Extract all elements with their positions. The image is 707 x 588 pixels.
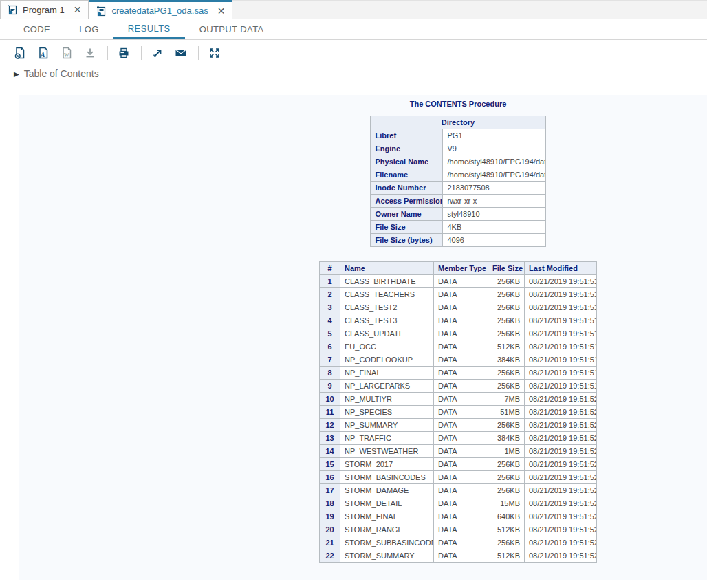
document-tab-bar: Program 1 ✕ createdataPG1_oda.sas ✕ bbox=[0, 0, 707, 19]
table-head: # Name Member Type File Size Last Modifi… bbox=[320, 262, 597, 275]
download-pdf-icon[interactable]: A bbox=[36, 45, 51, 61]
cell: 7MB bbox=[488, 393, 525, 406]
table-row: Access Permissionrwxr-xr-x bbox=[371, 195, 545, 208]
cell: DATA bbox=[434, 432, 488, 445]
cell: 08/21/2019 19:51:52 bbox=[525, 432, 597, 445]
cell: 4096 bbox=[443, 234, 545, 247]
toc-label: Table of Contents bbox=[24, 68, 99, 79]
cell: NP_SPECIES bbox=[340, 406, 434, 419]
row-header-cell: Inode Number bbox=[371, 182, 443, 195]
cell: DATA bbox=[434, 510, 488, 523]
cell: 08/21/2019 19:51:52 bbox=[525, 484, 597, 497]
table-row: 10NP_MULTIYRDATA7MB08/21/2019 19:51:52 bbox=[320, 393, 597, 406]
cell: NP_CODELOOKUP bbox=[340, 353, 434, 367]
cell: DATA bbox=[434, 497, 488, 510]
tab-program-1[interactable]: Program 1 ✕ bbox=[0, 0, 89, 19]
table-row: 6EU_OCCDATA512KB08/21/2019 19:51:51 bbox=[320, 340, 597, 353]
directory-header-cell: Directory bbox=[371, 116, 545, 129]
table-of-contents-toggle[interactable]: ▶ Table of Contents bbox=[14, 68, 99, 79]
cell: DATA bbox=[434, 419, 488, 432]
cell: 384KB bbox=[488, 353, 525, 367]
row-header-cell: 16 bbox=[320, 471, 340, 484]
cell: 08/21/2019 19:51:52 bbox=[525, 536, 597, 549]
cell: DATA bbox=[434, 327, 488, 340]
view-tabs: CODE LOG RESULTS OUTPUT DATA bbox=[0, 19, 707, 40]
download-word-icon[interactable]: W bbox=[59, 45, 74, 61]
cell: 08/21/2019 19:51:52 bbox=[525, 510, 597, 523]
table-header-row: # Name Member Type File Size Last Modifi… bbox=[320, 262, 597, 275]
row-header-cell: 1 bbox=[320, 275, 340, 288]
column-header: Name bbox=[340, 262, 434, 275]
table-row: 1CLASS_BIRTHDATEDATA256KB08/21/2019 19:5… bbox=[320, 275, 597, 288]
close-tab-icon[interactable]: ✕ bbox=[217, 6, 226, 16]
cell: CLASS_TEST2 bbox=[340, 301, 434, 314]
cell: NP_TRAFFIC bbox=[340, 432, 434, 445]
tab-code[interactable]: CODE bbox=[9, 19, 65, 39]
column-header: Member Type bbox=[434, 262, 488, 275]
table-row: EngineV9 bbox=[371, 142, 545, 155]
cell: 08/21/2019 19:51:52 bbox=[525, 406, 597, 419]
cell: 256KB bbox=[488, 458, 525, 471]
cell: 256KB bbox=[488, 380, 525, 393]
open-new-window-icon[interactable] bbox=[150, 45, 165, 61]
cell: 08/21/2019 19:51:52 bbox=[525, 419, 597, 432]
cell: DATA bbox=[434, 301, 488, 314]
row-header-cell: File Size bbox=[371, 221, 443, 234]
cell: NP_MULTIYR bbox=[340, 393, 434, 406]
cell: 08/21/2019 19:51:51 bbox=[525, 380, 597, 393]
results-panel[interactable]: The CONTENTS Procedure Directory LibrefP… bbox=[19, 95, 707, 580]
cell: /home/styl48910/EPG194/data bbox=[443, 155, 545, 168]
cell: 08/21/2019 19:51:52 bbox=[525, 471, 597, 484]
download-icon[interactable] bbox=[83, 45, 98, 61]
cell: styl48910 bbox=[443, 208, 545, 221]
cell: 256KB bbox=[488, 275, 525, 288]
cell: 256KB bbox=[488, 536, 525, 549]
print-icon[interactable] bbox=[116, 45, 131, 61]
table-row: 14NP_WESTWEATHERDATA1MB08/21/2019 19:51:… bbox=[320, 445, 597, 458]
cell: 08/21/2019 19:51:51 bbox=[525, 314, 597, 327]
table-row: 17STORM_DAMAGEDATA256KB08/21/2019 19:51:… bbox=[320, 484, 597, 497]
row-header-cell: 19 bbox=[320, 510, 340, 523]
table-header-row: Directory bbox=[371, 116, 545, 129]
download-html-icon[interactable] bbox=[12, 45, 28, 61]
table-row: 22STORM_SUMMARYDATA512KB08/21/2019 19:51… bbox=[320, 549, 597, 563]
row-header-cell: 12 bbox=[320, 419, 340, 432]
row-header-cell: Access Permission bbox=[371, 195, 443, 208]
row-header-cell: 20 bbox=[320, 523, 340, 536]
row-header-cell: 14 bbox=[320, 445, 340, 458]
cell: STORM_SUMMARY bbox=[340, 549, 434, 563]
tab-output-data[interactable]: OUTPUT DATA bbox=[185, 19, 279, 39]
tab-results[interactable]: RESULTS bbox=[113, 19, 185, 39]
tab-createdatapg1-oda-sas[interactable]: createdataPG1_oda.sas ✕ bbox=[89, 0, 232, 19]
cell: DATA bbox=[434, 275, 488, 288]
email-icon[interactable] bbox=[173, 45, 188, 61]
members-table: # Name Member Type File Size Last Modifi… bbox=[319, 261, 597, 563]
cell: 256KB bbox=[488, 471, 525, 484]
cell: DATA bbox=[434, 536, 488, 549]
table-head: Directory bbox=[371, 116, 545, 129]
cell: 1MB bbox=[488, 445, 525, 458]
close-tab-icon[interactable]: ✕ bbox=[74, 5, 82, 14]
cell: 08/21/2019 19:51:51 bbox=[525, 275, 597, 288]
cell: 08/21/2019 19:51:51 bbox=[525, 367, 597, 380]
row-header-cell: Engine bbox=[371, 142, 443, 155]
cell: DATA bbox=[434, 340, 488, 353]
cell: DATA bbox=[434, 367, 488, 380]
row-header-cell: 21 bbox=[320, 536, 340, 549]
row-header-cell: Filename bbox=[371, 168, 443, 182]
tab-log[interactable]: LOG bbox=[65, 19, 113, 39]
cell: STORM_DETAIL bbox=[340, 497, 434, 510]
cell: 08/21/2019 19:51:52 bbox=[525, 523, 597, 536]
table-row: 18STORM_DETAILDATA15MB08/21/2019 19:51:5… bbox=[320, 497, 597, 510]
table-row: 5CLASS_UPDATEDATA256KB08/21/2019 19:51:5… bbox=[320, 327, 597, 340]
cell: 08/21/2019 19:51:51 bbox=[525, 301, 597, 314]
tab-label: createdataPG1_oda.sas bbox=[111, 6, 208, 16]
row-header-cell: 3 bbox=[320, 301, 340, 314]
table-row: LibrefPG1 bbox=[371, 129, 545, 142]
cell: CLASS_UPDATE bbox=[340, 327, 434, 340]
maximize-icon[interactable] bbox=[207, 45, 222, 61]
cell: DATA bbox=[434, 445, 488, 458]
cell: STORM_SUBBASINCODES bbox=[340, 536, 434, 549]
tab-label: Program 1 bbox=[23, 5, 65, 15]
row-header-cell: 15 bbox=[320, 458, 340, 471]
